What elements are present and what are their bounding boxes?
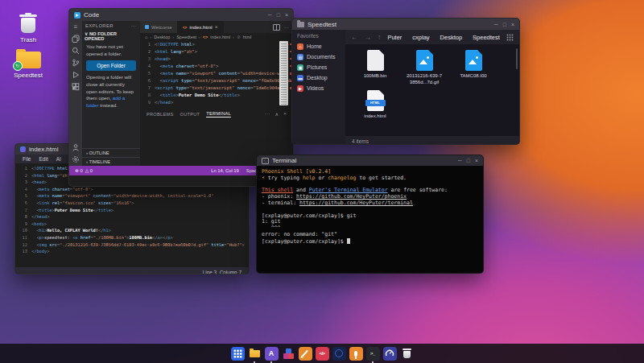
file-manager-toolbar: ←→↑ PutercxplayDesktopSpeedtest bbox=[345, 30, 519, 44]
code-line: 9<body> bbox=[15, 221, 249, 228]
code-line: 1<!DOCTYPE html> bbox=[140, 41, 293, 48]
up-icon[interactable]: ↑ bbox=[378, 33, 381, 41]
close-icon[interactable]: × bbox=[215, 24, 218, 30]
menu-ai[interactable]: AI bbox=[56, 156, 61, 162]
search-icon[interactable] bbox=[72, 47, 80, 55]
minimize-icon[interactable]: ─ bbox=[494, 22, 498, 27]
code-line: 11 <p>speedtest: <a href="./100MB.bin">1… bbox=[15, 234, 249, 241]
minimize-icon[interactable]: ─ bbox=[458, 158, 462, 163]
menu-file[interactable]: File bbox=[23, 156, 31, 162]
back-icon[interactable]: ← bbox=[351, 33, 358, 41]
run-debug-icon[interactable] bbox=[72, 71, 80, 79]
desktop-icon-speedtest[interactable]: ↻ Speedtest bbox=[5, 52, 52, 79]
breadcrumb-item[interactable]: index.html bbox=[210, 35, 230, 39]
sidebar-item-videos[interactable]: ▶Videos bbox=[297, 83, 341, 93]
panel-control-icon[interactable]: × bbox=[283, 111, 287, 117]
path-segment[interactable]: Desktop bbox=[440, 34, 463, 41]
code-line: 12 <img src="./20131216-639-73856dd7-610… bbox=[15, 241, 249, 249]
nav-arrows: ←→↑ bbox=[351, 33, 381, 41]
path-breadcrumb: PutercxplayDesktopSpeedtest bbox=[387, 34, 500, 41]
timeline-section[interactable]: › TIMELINE bbox=[82, 157, 140, 166]
file-manager-titlebar[interactable]: Speedtest ─□× bbox=[292, 19, 519, 30]
account-icon[interactable] bbox=[72, 143, 80, 151]
scrollbar[interactable] bbox=[516, 48, 518, 69]
maximize-icon[interactable]: □ bbox=[277, 12, 280, 18]
breadcrumb-item[interactable]: Desktop bbox=[154, 35, 170, 39]
sidebar-item-documents[interactable]: ▤Documents bbox=[297, 52, 341, 62]
code-line: 13</body> bbox=[15, 248, 249, 255]
maximize-icon[interactable]: □ bbox=[467, 158, 470, 163]
panel-control-icon[interactable]: ··· bbox=[265, 111, 270, 117]
vscode-code-area[interactable]: 1<!DOCTYPE html>2<html lang="zh">3<head>… bbox=[140, 40, 293, 109]
file-item[interactable]: 100MB.bin bbox=[353, 50, 398, 85]
html-file-icon: <> bbox=[203, 35, 208, 39]
explorer-empty-text: You have not yet opened a folder. bbox=[82, 43, 140, 58]
more-actions-icon[interactable]: ··· bbox=[131, 23, 137, 28]
close-icon[interactable]: × bbox=[511, 22, 514, 27]
terminal-output[interactable]: Phoenix Shell [v0.2.4]⚡ try typing help … bbox=[257, 166, 483, 249]
taskbar-item-browser[interactable] bbox=[332, 347, 346, 361]
panel-tab-output[interactable]: OUTPUT bbox=[180, 112, 200, 117]
tab-welcome[interactable]: Welcome bbox=[140, 21, 178, 33]
maximize-icon[interactable]: □ bbox=[503, 22, 506, 27]
desktop-icon-trash[interactable]: Trash bbox=[5, 14, 52, 43]
desktop-wallpaper: Trash ↻ Speedtest index.html ─□× FileEdi… bbox=[0, 0, 644, 363]
code-line: 3<head> bbox=[140, 56, 293, 63]
panel-tab-problems[interactable]: PROBLEMS bbox=[147, 112, 174, 117]
vscode-window-title: Code bbox=[84, 11, 99, 19]
problems-indicator[interactable]: ⊗ 0△ 0 bbox=[75, 168, 95, 173]
taskbar-item-launcher[interactable] bbox=[231, 347, 245, 361]
taskbar-item-dev-center[interactable]: </> bbox=[316, 347, 329, 361]
path-segment[interactable]: cxplay bbox=[412, 34, 429, 41]
taskbar-item-files[interactable] bbox=[248, 347, 262, 361]
taskbar-item-terminal[interactable]: >_ bbox=[366, 347, 380, 361]
close-icon[interactable]: × bbox=[475, 158, 478, 163]
outline-section[interactable]: › OUTLINE bbox=[82, 149, 140, 157]
taskbar-item-trash[interactable] bbox=[400, 347, 414, 361]
split-editor-icon[interactable] bbox=[273, 24, 280, 31]
vscode-breadcrumb[interactable]: ⌂›Desktop›Speedtest›<>index.html›⊘html bbox=[140, 33, 293, 40]
path-segment[interactable]: Speedtest bbox=[473, 34, 500, 41]
file-item[interactable]: 20131216-639-73856d...7d.gif bbox=[402, 50, 447, 85]
welcome-icon bbox=[145, 25, 149, 29]
terminal-titlebar[interactable]: ›_ Terminal ─□× bbox=[257, 155, 483, 166]
taskbar-item-viewer[interactable] bbox=[282, 347, 295, 361]
extensions-icon[interactable] bbox=[72, 83, 80, 91]
menu-icon[interactable]: ≡ bbox=[74, 23, 78, 31]
minimap[interactable] bbox=[279, 41, 288, 105]
close-icon[interactable]: × bbox=[285, 12, 288, 18]
sidebar-item-home[interactable]: ⌂Home bbox=[297, 41, 341, 52]
explorer-icon[interactable] bbox=[72, 35, 80, 43]
sidebar-item-pictures[interactable]: ▣Pictures bbox=[297, 62, 341, 72]
sidebar-item-desktop[interactable]: ▬Desktop bbox=[297, 72, 341, 83]
taskbar-item-recorder[interactable] bbox=[349, 347, 363, 361]
explorer-section-header[interactable]: ∨ NO FOLDER OPENED bbox=[82, 30, 140, 43]
window-controls: ─□× bbox=[494, 22, 514, 27]
more-actions-icon[interactable]: ··· bbox=[284, 25, 289, 30]
pictures-icon: ▣ bbox=[297, 64, 303, 71]
status-item[interactable]: Ln 14, Col 19 bbox=[211, 168, 238, 173]
panel-tab-terminal[interactable]: TERMINAL bbox=[206, 111, 231, 118]
taskbar-item-speedtest-app[interactable] bbox=[383, 347, 397, 361]
file-item[interactable]: HTMLindex.html bbox=[353, 90, 398, 120]
breadcrumb-item[interactable]: Speedtest bbox=[176, 35, 196, 39]
grid-view-icon[interactable] bbox=[506, 30, 514, 44]
vscode-titlebar[interactable]: Code ─□× bbox=[69, 9, 293, 21]
minimize-icon[interactable]: ─ bbox=[268, 12, 272, 18]
desktop-icon-label: Speedtest bbox=[14, 72, 43, 79]
code-line: 9</head> bbox=[140, 99, 293, 106]
tab-index-html[interactable]: <>index.html× bbox=[178, 21, 224, 33]
gear-icon[interactable] bbox=[72, 155, 80, 163]
breadcrumb-item[interactable]: html bbox=[243, 35, 251, 39]
open-folder-button[interactable]: Open Folder bbox=[86, 60, 136, 71]
panel-control-icon[interactable]: ∧ bbox=[275, 111, 279, 117]
file-item[interactable]: TAMC08.I00 bbox=[451, 50, 496, 85]
taskbar-item-editor[interactable] bbox=[299, 347, 312, 361]
explorer-note-text: Opening a folder will close all currentl… bbox=[82, 73, 140, 109]
source-control-icon[interactable] bbox=[72, 59, 80, 67]
menu-edit[interactable]: Edit bbox=[39, 156, 47, 162]
forward-icon[interactable]: → bbox=[365, 33, 372, 41]
taskbar-item-app-center[interactable]: A bbox=[265, 347, 279, 361]
vscode-panel-tabs: PROBLEMSOUTPUTTERMINAL···∧× bbox=[140, 109, 293, 119]
path-segment[interactable]: Puter bbox=[387, 34, 402, 41]
